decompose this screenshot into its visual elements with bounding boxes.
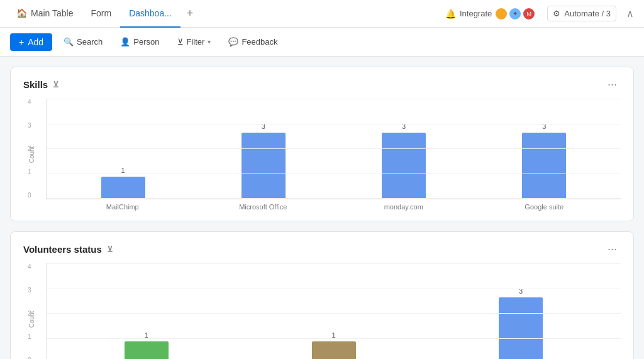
tab-dashboard[interactable]: Dashboa... <box>120 0 180 28</box>
bar <box>101 177 145 199</box>
feedback-icon: 💬 <box>228 37 238 47</box>
x-axis-label: monday.com <box>340 203 468 211</box>
tab-dashboard-label: Dashboa... <box>129 8 172 18</box>
collapse-button[interactable]: ∧ <box>624 5 636 22</box>
bar-value-label: 1 <box>145 331 148 339</box>
chart-card-volunteers-status: Volunteers status⊻···Count43210113Bar 1B… <box>10 231 634 359</box>
bar-group: 1 <box>59 167 187 199</box>
filter-action[interactable]: ⊻ Filter ▾ <box>171 34 218 50</box>
filter-caret-icon: ▾ <box>208 38 211 45</box>
home-icon: 🏠 <box>16 8 27 18</box>
y-tick: 0 <box>28 192 31 199</box>
y-tick: 2 <box>28 310 31 317</box>
bar-value-label: 3 <box>262 123 265 130</box>
tab-main-table[interactable]: 🏠 Main Table <box>8 0 82 28</box>
bar <box>242 133 286 199</box>
automate-button[interactable]: ⚙ Automate / 3 <box>547 6 616 21</box>
integrate-label: Integrate <box>460 9 492 18</box>
chart-more-button-skills[interactable]: ··· <box>604 77 621 91</box>
bars-row: 113 <box>47 263 621 359</box>
bar <box>382 133 426 199</box>
nav-right: 🔔 Integrate ✦ M ⚙ Automate / 3 ∧ <box>440 5 636 22</box>
bar-group: 3 <box>480 123 608 199</box>
add-label: Add <box>28 37 43 47</box>
search-action[interactable]: 🔍 Search <box>57 34 109 50</box>
chart-more-button-volunteers-status[interactable]: ··· <box>604 242 621 256</box>
chart-filter-icon[interactable]: ⊻ <box>53 80 59 89</box>
bar-group: 1 <box>59 331 234 359</box>
chart-grid: 432101333 <box>46 99 621 199</box>
bar-group: 3 <box>340 123 468 199</box>
bar-value-label: 3 <box>542 123 546 130</box>
add-button[interactable]: + Add <box>10 33 52 51</box>
main-content: Skills⊻···Count432101333MailChimpMicroso… <box>0 57 644 359</box>
y-tick: 2 <box>28 145 31 152</box>
y-tick: 3 <box>28 287 31 294</box>
feedback-action[interactable]: 💬 Feedback <box>222 34 284 50</box>
chart-title-text: Volunteers status <box>23 244 102 255</box>
chart-title-text: Skills <box>23 79 48 90</box>
bar <box>312 341 356 359</box>
y-tick: 1 <box>28 333 31 340</box>
bar-group: 3 <box>433 287 608 359</box>
tab-form-label: Form <box>91 8 111 18</box>
tab-main-table-label: Main Table <box>31 8 73 18</box>
x-axis-label: Microsoft Office <box>199 203 328 211</box>
bar <box>499 297 543 359</box>
y-tick: 4 <box>28 263 31 270</box>
chart-card-skills: Skills⊻···Count432101333MailChimpMicroso… <box>10 67 634 221</box>
person-icon: 👤 <box>120 37 130 47</box>
y-tick: 3 <box>28 122 31 129</box>
bar-chart-skills: Count432101333MailChimpMicrosoft Officem… <box>23 99 621 211</box>
tab-form[interactable]: Form <box>82 0 120 28</box>
x-axis-label: Google suite <box>480 203 609 211</box>
bar-value-label: 3 <box>519 287 523 295</box>
bars-row: 1333 <box>47 99 621 199</box>
integrate-dot-1 <box>496 8 507 19</box>
bar-value-label: 3 <box>402 123 406 130</box>
search-icon: 🔍 <box>64 37 74 47</box>
y-tick: 0 <box>28 356 31 359</box>
chart-filter-icon[interactable]: ⊻ <box>107 245 113 254</box>
add-tab-button[interactable]: + <box>180 0 200 28</box>
filter-icon: ⊻ <box>177 37 184 47</box>
chart-grid: 43210113 <box>46 263 621 359</box>
chart-header-skills: Skills⊻··· <box>23 77 621 91</box>
y-tick: 4 <box>28 99 31 106</box>
integrate-icon: 🔔 <box>445 9 456 19</box>
toolbar: + Add 🔍 Search 👤 Person ⊻ Filter ▾ 💬 Fee… <box>0 28 644 57</box>
add-plus-icon: + <box>19 37 24 47</box>
integrate-dot-3: M <box>523 8 535 19</box>
bar-value-label: 1 <box>121 167 125 174</box>
bar-group: 3 <box>199 123 327 199</box>
automate-label: Automate / 3 <box>564 9 611 18</box>
integrate-icons: ✦ M <box>496 8 535 19</box>
y-tick: 1 <box>28 168 31 175</box>
automate-icon: ⚙ <box>553 9 560 18</box>
person-action[interactable]: 👤 Person <box>114 34 165 50</box>
feedback-label: Feedback <box>242 37 277 47</box>
chart-title-volunteers-status: Volunteers status⊻ <box>23 244 113 255</box>
integrate-button[interactable]: 🔔 Integrate ✦ M <box>440 6 540 22</box>
top-nav: 🏠 Main Table Form Dashboa... + 🔔 Integra… <box>0 0 644 28</box>
integrate-dot-2: ✦ <box>509 8 521 19</box>
chart-header-volunteers-status: Volunteers status⊻··· <box>23 242 621 256</box>
search-label: Search <box>77 37 103 47</box>
bar <box>125 341 169 359</box>
bar-chart-volunteers-status: Count43210113Bar 1Bar 2Bar 3 <box>23 263 621 359</box>
bar-value-label: 1 <box>331 331 335 339</box>
x-axis-label: MailChimp <box>58 203 187 211</box>
x-axis-labels: MailChimpMicrosoft Officemonday.comGoogl… <box>46 199 621 211</box>
chart-title-skills: Skills⊻ <box>23 79 59 90</box>
person-label: Person <box>133 37 159 47</box>
bar <box>522 133 566 199</box>
filter-label: Filter <box>187 37 205 47</box>
bar-group: 1 <box>247 331 421 359</box>
